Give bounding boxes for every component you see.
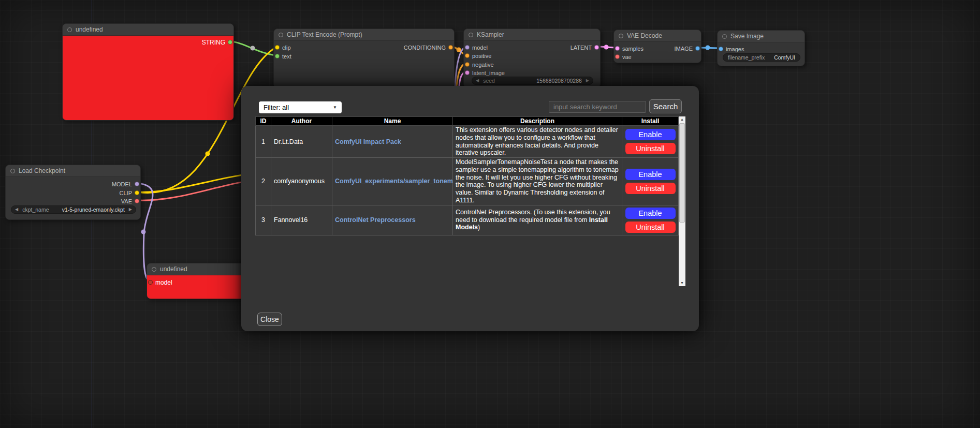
uninstall-button[interactable]: Uninstall [625,143,676,154]
node-title: undefined [76,26,103,33]
decrement-arrow-icon[interactable]: ◀ [476,77,479,85]
output-slot-string[interactable]: STRING [202,39,232,46]
output-slot-vae[interactable]: VAE [121,198,139,204]
filter-dropdown[interactable]: Filter: all ▼ [259,101,342,113]
description-text: ) [478,224,480,231]
header-description: Description [453,117,622,126]
input-slot-vae[interactable]: vae [615,53,632,60]
slot-dot-image[interactable] [695,46,700,51]
node-title: CLIP Text Encode (Prompt) [287,31,362,38]
node-title-bar[interactable]: Load Checkpoint [6,165,140,177]
slot-dot-string[interactable] [228,40,232,45]
slot-dot-latent[interactable] [594,45,599,50]
node-title-bar[interactable]: VAE Decode [614,30,701,42]
seed-widget[interactable]: ◀ seed 156680208700286 ▶ [472,77,593,85]
filename-prefix-widget[interactable]: filename_prefix ComfyUI [723,53,800,62]
input-slot-negative[interactable]: negative [465,61,494,68]
node-vae-decode[interactable]: VAE Decode samples vae IMAGE [613,29,701,63]
slot-dot-model[interactable] [465,45,470,50]
slot-dot-samples[interactable] [615,46,620,51]
slot-label: positive [472,53,491,59]
search-input[interactable] [549,101,646,113]
output-slot-model[interactable]: MODEL [112,181,139,187]
collapse-dot-icon[interactable] [10,169,15,173]
slot-label: vae [622,54,632,60]
node-ksampler[interactable]: KSampler model positive negative latent_… [463,28,601,88]
slot-dot-conditioning[interactable] [448,45,453,50]
uninstall-button[interactable]: Uninstall [625,183,676,194]
output-slot-conditioning[interactable]: CONDITIONING [404,44,453,51]
ckpt-name-widget[interactable]: ◀ ckpt_name v1-5-pruned-emaonly.ckpt ▶ [11,205,136,214]
install-cell: Enable Uninstall [622,158,679,205]
slot-dot-clip[interactable] [275,45,280,50]
node-undefined-string[interactable]: undefined STRING [62,23,234,121]
enable-button[interactable]: Enable [625,169,676,180]
scroll-down-arrow-icon[interactable]: ▼ [679,280,685,286]
collapse-dot-icon[interactable] [279,33,283,37]
collapse-dot-icon[interactable] [469,33,473,37]
slot-dot-model-out[interactable] [135,182,139,186]
output-slot-image[interactable]: IMAGE [675,45,700,52]
widget-label: seed [483,78,495,84]
slot-dot-positive[interactable] [465,53,470,58]
node-title-bar[interactable]: KSampler [464,29,600,41]
collapse-dot-icon[interactable] [722,34,727,39]
node-load-checkpoint[interactable]: Load Checkpoint MODEL CLIP VAE ◀ ckpt_na… [5,165,141,220]
scroll-up-arrow-icon[interactable]: ▲ [679,116,685,123]
slot-dot-images[interactable] [719,47,723,51]
extension-id: 3 [256,205,271,235]
input-slot-model[interactable]: model [465,44,488,51]
extension-author: Fannovel16 [271,205,332,235]
node-title-bar[interactable]: undefined [63,24,233,36]
slot-dot-latent-image[interactable] [465,70,470,75]
extension-author: Dr.Lt.Data [271,126,332,158]
slot-dot-model[interactable] [148,280,153,285]
collapse-dot-icon[interactable] [67,27,72,32]
enable-button[interactable]: Enable [625,129,676,140]
input-slot-latent-image[interactable]: latent_image [465,69,505,76]
uninstall-button[interactable]: Uninstall [625,222,676,233]
table-row: 1 Dr.Lt.Data ComfyUI Impact Pack This ex… [256,126,679,158]
input-slot-samples[interactable]: samples [615,45,643,52]
close-button[interactable]: Close [257,313,282,326]
node-title-bar[interactable]: Save Image [718,31,805,42]
input-slot-clip[interactable]: clip [275,44,291,51]
manager-dialog: Filter: all ▼ Search ID Author Name Desc… [241,86,699,331]
slot-label: CONDITIONING [404,45,446,51]
extension-link[interactable]: ControlNet Preprocessors [335,216,416,224]
increment-arrow-icon[interactable]: ▶ [586,77,589,85]
extension-link[interactable]: ComfyUI_experiments/sampler_tonemap [335,178,453,185]
extension-link[interactable]: ComfyUI Impact Pack [335,138,401,145]
extension-author: comfyanonymous [271,158,332,205]
slot-dot-vae-out[interactable] [135,199,139,203]
node-save-image[interactable]: Save Image images filename_prefix ComfyU… [717,30,805,66]
node-title: VAE Decode [627,32,662,39]
node-title-bar[interactable]: CLIP Text Encode (Prompt) [274,29,454,41]
node-clip-text-encode[interactable]: CLIP Text Encode (Prompt) clip text COND… [273,28,455,88]
scrollbar-thumb[interactable] [679,123,685,223]
slot-dot-vae[interactable] [615,54,620,59]
output-slot-clip[interactable]: CLIP [120,189,139,196]
input-slot-model[interactable]: model [148,279,172,286]
output-slot-latent[interactable]: LATENT [571,44,599,51]
slot-dot-negative[interactable] [465,62,470,67]
input-slot-images[interactable]: images [719,46,744,52]
table-scrollbar[interactable]: ▲ ▼ [679,116,685,286]
prev-option-arrow-icon[interactable]: ◀ [15,205,18,214]
collapse-dot-icon[interactable] [152,267,156,272]
slot-dot-clip-out[interactable] [135,190,139,195]
collapse-dot-icon[interactable] [619,34,623,38]
header-author: Author [271,117,332,126]
widget-label: ckpt_name [22,206,49,213]
widget-value: ComfyUI [774,54,795,61]
slot-dot-text[interactable] [275,54,280,58]
node-title: undefined [160,265,187,273]
enable-button[interactable]: Enable [625,208,676,219]
table-row: 3 Fannovel16 ControlNet Preprocessors Co… [256,205,679,235]
slot-label: latent_image [472,70,505,76]
input-slot-positive[interactable]: positive [465,52,491,59]
search-button[interactable]: Search [649,99,682,113]
extension-name-cell: ComfyUI_experiments/sampler_tonemap [332,158,453,205]
input-slot-text[interactable]: text [275,53,291,60]
next-option-arrow-icon[interactable]: ▶ [129,205,132,214]
